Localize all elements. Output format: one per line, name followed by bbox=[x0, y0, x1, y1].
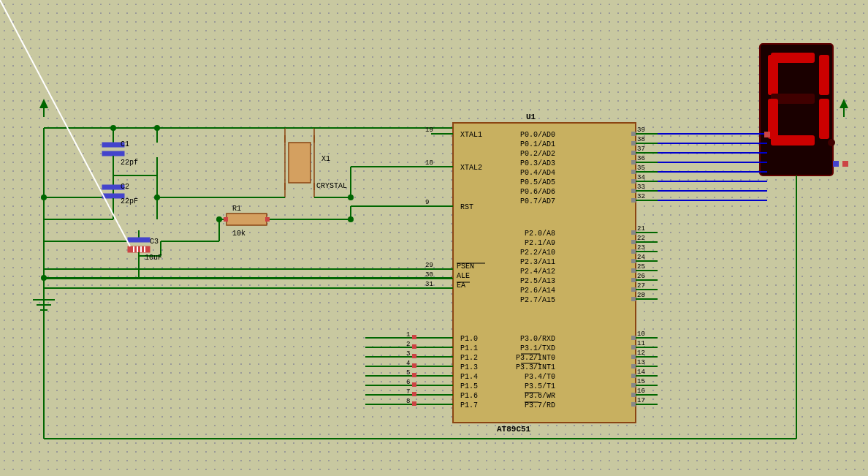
svg-text:5: 5 bbox=[406, 369, 410, 377]
svg-rect-88 bbox=[128, 238, 150, 242]
svg-rect-205 bbox=[631, 259, 636, 263]
svg-rect-145 bbox=[412, 401, 416, 406]
svg-text:39: 39 bbox=[637, 126, 645, 134]
svg-text:34: 34 bbox=[637, 174, 645, 181]
svg-text:38: 38 bbox=[637, 136, 645, 143]
svg-text:P1.3: P1.3 bbox=[460, 363, 478, 371]
svg-rect-144 bbox=[412, 392, 416, 396]
svg-text:12: 12 bbox=[637, 350, 645, 357]
pin-ea: EA bbox=[457, 282, 465, 290]
pin-rst: RST bbox=[460, 203, 473, 211]
svg-rect-139 bbox=[412, 344, 416, 349]
svg-text:33: 33 bbox=[637, 184, 645, 191]
pin18-num: 18 bbox=[425, 159, 433, 167]
svg-rect-252 bbox=[819, 99, 829, 139]
svg-rect-248 bbox=[768, 55, 778, 95]
svg-text:6: 6 bbox=[406, 379, 410, 386]
c1-value: 22pf bbox=[121, 159, 138, 167]
u1-part: AT89C51 bbox=[497, 425, 531, 434]
svg-text:1: 1 bbox=[406, 331, 410, 339]
svg-text:23: 23 bbox=[637, 244, 645, 252]
svg-rect-175 bbox=[631, 179, 636, 184]
svg-text:21: 21 bbox=[637, 225, 645, 233]
pin-xtal2: XTAL2 bbox=[460, 164, 482, 172]
svg-rect-202 bbox=[631, 230, 636, 235]
svg-rect-249 bbox=[819, 55, 829, 95]
svg-text:22: 22 bbox=[637, 235, 645, 242]
capacitor-c1: C1 22pf bbox=[102, 128, 138, 175]
svg-rect-244 bbox=[631, 393, 636, 397]
svg-text:P1.0: P1.0 bbox=[460, 335, 478, 343]
c2-label: C2 bbox=[121, 183, 129, 191]
svg-rect-206 bbox=[631, 268, 636, 273]
svg-rect-140 bbox=[412, 354, 416, 358]
svg-text:14: 14 bbox=[637, 369, 645, 376]
svg-text:4: 4 bbox=[406, 360, 410, 367]
svg-rect-86 bbox=[265, 217, 270, 222]
svg-text:2: 2 bbox=[406, 341, 410, 348]
svg-rect-243 bbox=[631, 383, 636, 388]
svg-rect-142 bbox=[412, 373, 416, 377]
svg-text:36: 36 bbox=[637, 155, 645, 162]
pin9-num: 9 bbox=[425, 199, 429, 206]
svg-text:17: 17 bbox=[637, 397, 645, 404]
svg-marker-101 bbox=[39, 99, 48, 108]
svg-rect-255 bbox=[833, 161, 839, 167]
c3-label: C3 bbox=[150, 238, 159, 246]
pin19-num: 19 bbox=[425, 126, 433, 134]
pin-xtal1: XTAL1 bbox=[460, 131, 482, 139]
svg-line-90 bbox=[0, 0, 130, 246]
svg-rect-204 bbox=[631, 249, 636, 254]
svg-rect-176 bbox=[631, 189, 636, 193]
svg-text:10: 10 bbox=[637, 330, 645, 338]
svg-rect-253 bbox=[771, 135, 815, 146]
svg-text:P3.6/WR: P3.6/WR bbox=[525, 392, 555, 400]
svg-rect-208 bbox=[631, 287, 636, 292]
svg-rect-174 bbox=[631, 170, 636, 174]
svg-rect-170 bbox=[631, 132, 636, 136]
pin-ale: ALE bbox=[457, 272, 470, 280]
svg-rect-266 bbox=[764, 132, 770, 137]
svg-text:25: 25 bbox=[637, 263, 645, 271]
svg-text:P0.0/AD0: P0.0/AD0 bbox=[520, 131, 555, 139]
pin31-num: 31 bbox=[425, 281, 433, 288]
svg-text:P1.4: P1.4 bbox=[460, 373, 478, 381]
u1-label: U1 bbox=[526, 113, 536, 121]
svg-text:13: 13 bbox=[637, 359, 645, 366]
svg-rect-141 bbox=[412, 363, 416, 368]
svg-rect-203 bbox=[631, 240, 636, 244]
svg-text:P1.5: P1.5 bbox=[460, 382, 478, 390]
svg-text:P1.1: P1.1 bbox=[460, 344, 478, 352]
svg-rect-209 bbox=[631, 297, 636, 301]
pin29-num: 29 bbox=[425, 262, 433, 269]
svg-text:3: 3 bbox=[406, 350, 410, 358]
svg-text:P1.6: P1.6 bbox=[460, 392, 478, 400]
svg-text:P1.2: P1.2 bbox=[460, 354, 478, 362]
svg-text:P0.2/AD2: P0.2/AD2 bbox=[520, 150, 555, 158]
svg-rect-83 bbox=[226, 214, 267, 225]
svg-rect-172 bbox=[631, 151, 636, 155]
seven-segment-display bbox=[760, 44, 848, 175]
svg-text:P3.4/T0: P3.4/T0 bbox=[525, 373, 555, 381]
capacitor-c3: C3 10uF bbox=[0, 0, 162, 263]
svg-rect-138 bbox=[412, 335, 416, 339]
svg-text:P2.0/A8: P2.0/A8 bbox=[525, 230, 555, 238]
svg-text:P3.0/RXD: P3.0/RXD bbox=[520, 335, 555, 343]
x1-value: CRYSTAL bbox=[316, 182, 347, 190]
c2-value: 22pF bbox=[121, 197, 138, 205]
svg-text:P0.1/AD1: P0.1/AD1 bbox=[520, 140, 555, 148]
svg-rect-73 bbox=[289, 143, 311, 183]
svg-rect-171 bbox=[631, 141, 636, 146]
r1-label: R1 bbox=[232, 205, 241, 213]
svg-text:24: 24 bbox=[637, 254, 645, 261]
svg-text:P0.4/AD4: P0.4/AD4 bbox=[520, 169, 555, 177]
svg-text:32: 32 bbox=[637, 193, 645, 200]
svg-rect-207 bbox=[631, 278, 636, 282]
svg-text:P3.2/INT0: P3.2/INT0 bbox=[516, 354, 555, 362]
svg-text:P3.5/T1: P3.5/T1 bbox=[525, 382, 555, 390]
svg-text:P2.6/A14: P2.6/A14 bbox=[520, 287, 555, 295]
resistor-r1: R1 10k bbox=[219, 205, 351, 238]
svg-text:7: 7 bbox=[406, 388, 410, 396]
svg-rect-239 bbox=[631, 345, 636, 350]
c1-label: C1 bbox=[121, 140, 129, 148]
